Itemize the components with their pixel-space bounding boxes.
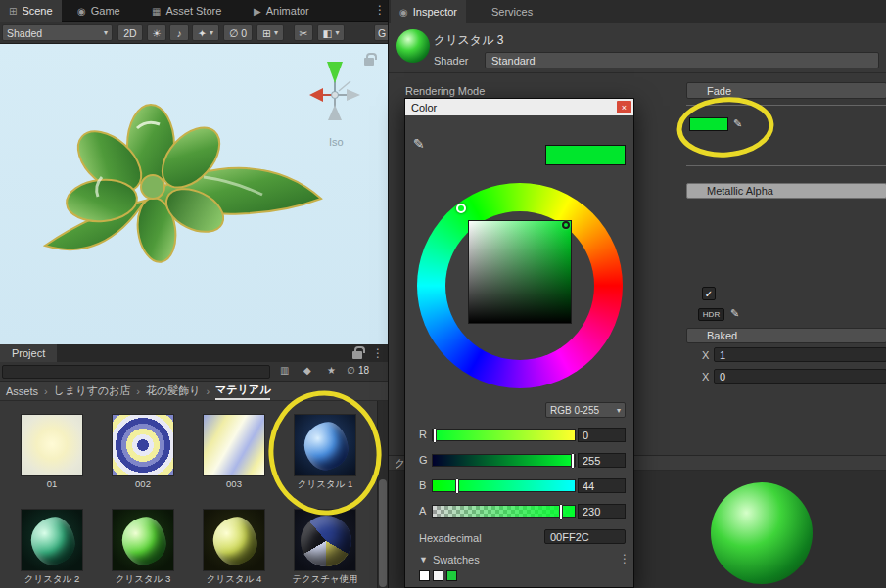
tab-scene[interactable]: ⊞ Scene	[0, 0, 62, 22]
breadcrumb-separator: ›	[44, 385, 48, 397]
channel-a-value: 230	[583, 506, 600, 518]
tab-project[interactable]: Project	[0, 344, 57, 362]
inspector-icon: ◉	[399, 7, 408, 18]
search-input[interactable]	[2, 365, 270, 379]
crossed-eye-icon[interactable]: ∅	[347, 365, 355, 376]
project-menu-kebab-icon[interactable]: ⋮	[372, 346, 384, 360]
asset-item[interactable]: クリスタル 4	[196, 509, 272, 586]
slider-handle[interactable]	[559, 504, 563, 520]
offset-x-field[interactable]: 0	[714, 369, 886, 384]
eyedropper-icon[interactable]: ✎	[730, 307, 739, 320]
material-preview-sphere[interactable]	[711, 482, 813, 584]
breadcrumb-folder-1[interactable]: しまりすのお店	[54, 384, 131, 398]
asset-item[interactable]: クリスタル 2	[14, 509, 90, 586]
asset-item[interactable]: 003	[196, 414, 272, 489]
eyedropper-icon[interactable]: ✎	[733, 117, 742, 130]
channel-a-slider[interactable]	[432, 505, 576, 518]
channel-g-slider[interactable]	[432, 454, 576, 467]
asset-item[interactable]: 01	[14, 414, 90, 489]
metallic-source-dropdown[interactable]: Metallic Alpha	[686, 183, 886, 199]
channel-a-value-field[interactable]: 230	[578, 504, 626, 519]
gizmo-z-axis	[347, 89, 360, 101]
breadcrumb-folder-2[interactable]: 花の髪飾り	[146, 384, 201, 398]
tab-services[interactable]: Services	[483, 0, 541, 23]
hdr-badge[interactable]: HDR	[698, 308, 724, 321]
tiling-x-label: X	[702, 349, 709, 361]
breadcrumb-assets[interactable]: Assets	[6, 385, 38, 397]
albedo-color-swatch[interactable]	[689, 117, 728, 131]
hexadecimal-field[interactable]: 00FF2C	[544, 529, 626, 544]
shaded-dropdown[interactable]: Shaded ▾	[2, 24, 113, 41]
tab-inspector[interactable]: ◉ Inspector	[391, 0, 466, 23]
hue-marker[interactable]	[456, 204, 466, 213]
swatch-chip[interactable]	[433, 570, 443, 581]
two-pane-icon[interactable]: ▥	[280, 365, 289, 376]
audio-toggle-button[interactable]: ♪	[169, 24, 189, 41]
asset-item[interactable]: 002	[105, 414, 181, 489]
project-scrollbar[interactable]	[377, 401, 388, 588]
emission-checkbox[interactable]: ✓	[702, 287, 716, 300]
favorites-star-icon[interactable]: ★	[327, 365, 336, 376]
swatch-chip[interactable]	[419, 570, 430, 581]
projection-mode-label[interactable]: Iso	[329, 136, 344, 148]
channel-b-label: B	[419, 479, 426, 491]
project-panel: Project ⋮ ▥ ◆ ★ ∅ 18 Assets › しまりすのお店 › …	[0, 344, 388, 588]
asset-item[interactable]: クリスタル 3	[105, 509, 181, 586]
chevron-down-icon: ▾	[104, 28, 108, 37]
grid-dropdown[interactable]: ⊞ ▾	[256, 24, 284, 41]
eyedropper-icon[interactable]: ✎	[413, 136, 425, 152]
tools-button[interactable]: ✂	[294, 24, 313, 41]
sv-marker[interactable]	[562, 221, 570, 229]
asset-label: クリスタル 2	[14, 573, 90, 586]
tag-icon[interactable]: ◆	[303, 365, 311, 376]
swatch-chip[interactable]	[446, 570, 457, 581]
rendering-mode-value: Fade	[707, 85, 731, 97]
channel-b-slider[interactable]	[432, 479, 576, 492]
scrollbar-thumb[interactable]	[379, 479, 387, 587]
tab-animator-label: Animator	[266, 5, 309, 17]
tab-game[interactable]: ◉ Game	[69, 0, 129, 22]
2d-toggle-button[interactable]: 2D	[117, 24, 143, 41]
color-mode-dropdown[interactable]: RGB 0-255 ▾	[545, 402, 626, 418]
channel-r-slider[interactable]	[432, 429, 576, 441]
tab-menu-kebab-icon[interactable]: ⋮	[374, 3, 386, 17]
slider-handle[interactable]	[433, 428, 437, 443]
lighting-toggle-button[interactable]: ☀	[147, 24, 166, 41]
tab-animator[interactable]: ▶ Animator	[245, 0, 318, 22]
asset-item[interactable]: クリスタル 1	[287, 414, 363, 491]
light-icon: ☀	[152, 27, 161, 39]
asset-item[interactable]: テクスチャ使用	[287, 509, 363, 586]
tab-scene-label: Scene	[22, 5, 52, 17]
breadcrumb-folder-current[interactable]: マテリアル	[215, 383, 270, 400]
lock-icon[interactable]	[364, 58, 374, 66]
saturation-value-box[interactable]	[468, 220, 572, 324]
tiling-x-field[interactable]: 1	[714, 347, 886, 362]
swatches-menu-kebab-icon[interactable]: ⋮	[619, 552, 630, 565]
close-button[interactable]: ×	[617, 101, 631, 113]
slider-handle[interactable]	[455, 478, 459, 494]
rendering-mode-dropdown[interactable]: Fade	[686, 82, 886, 99]
scene-viewport[interactable]: Iso	[0, 44, 388, 344]
scene-orientation-gizmo[interactable]	[300, 56, 370, 134]
effects-dropdown[interactable]: ✦ ▾	[192, 24, 219, 41]
gizmo-down-axis	[328, 105, 342, 120]
lock-icon[interactable]	[352, 351, 362, 359]
crystal-shape	[117, 514, 169, 568]
channel-r-value-field[interactable]: 0	[578, 428, 626, 442]
view-tab-bar: ⊞ Scene ◉ Game ▦ Asset Store ▶ Animator …	[0, 0, 388, 22]
shader-dropdown[interactable]: Standard	[485, 52, 879, 68]
foldout-arrow-icon[interactable]: ▼	[419, 555, 428, 565]
tab-asset-store-label: Asset Store	[165, 5, 221, 17]
slider-handle[interactable]	[571, 453, 575, 469]
channel-g-value-field[interactable]: 255	[578, 453, 626, 468]
color-picker-titlebar[interactable]: Color	[405, 99, 633, 115]
channel-row-r: R 0	[405, 429, 635, 442]
global-illumination-dropdown[interactable]: Baked	[686, 328, 886, 343]
crystal-shape	[300, 419, 351, 474]
channel-b-value-field[interactable]: 44	[578, 478, 626, 493]
hidden-objects-button[interactable]: ∅ 0	[223, 24, 253, 41]
display-dropdown[interactable]: ◧ ▾	[317, 24, 345, 41]
breadcrumb: Assets › しまりすのお店 › 花の髪飾り › マテリアル	[0, 382, 388, 401]
swatches-label[interactable]: Swatches	[433, 554, 480, 565]
tab-asset-store[interactable]: ▦ Asset Store	[143, 0, 230, 22]
